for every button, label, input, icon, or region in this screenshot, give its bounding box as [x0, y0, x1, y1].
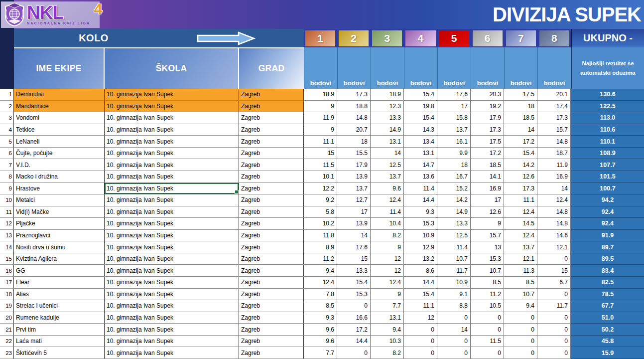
- score-cell-round-1[interactable]: 9.3: [304, 312, 337, 324]
- score-cell-round-4[interactable]: 12: [404, 312, 437, 324]
- score-cell-round-1[interactable]: 7.8: [304, 289, 337, 301]
- score-cell-round-8[interactable]: 15: [537, 265, 571, 277]
- score-cell-round-4[interactable]: 15.4: [404, 289, 437, 301]
- score-cell-round-7[interactable]: 14.5: [504, 218, 537, 230]
- score-cell-round-5[interactable]: 18: [437, 159, 471, 171]
- score-cell-round-1[interactable]: 10.2: [304, 218, 337, 230]
- score-cell-round-2[interactable]: 12.7: [337, 194, 371, 206]
- total-cell[interactable]: 50.2: [571, 324, 644, 336]
- team-name-cell[interactable]: Prvi tim: [14, 324, 105, 336]
- score-cell-round-8[interactable]: 20.1: [537, 89, 571, 101]
- score-cell-round-6[interactable]: 17.3: [471, 124, 504, 136]
- rank-cell[interactable]: 13: [0, 230, 14, 242]
- score-cell-round-5[interactable]: 0: [437, 312, 471, 324]
- score-cell-round-3[interactable]: 12.4: [371, 277, 404, 289]
- score-cell-round-8[interactable]: 14: [537, 183, 571, 195]
- team-name-cell[interactable]: Alias: [14, 289, 105, 301]
- score-cell-round-5[interactable]: 9.1: [437, 289, 471, 301]
- round-tile-8[interactable]: 8: [539, 30, 569, 46]
- score-cell-round-4[interactable]: 14.4: [404, 194, 437, 206]
- score-cell-round-3[interactable]: 13.3: [371, 112, 404, 124]
- score-cell-round-6[interactable]: 10.7: [471, 265, 504, 277]
- total-cell[interactable]: 122.5: [571, 101, 644, 113]
- school-cell[interactable]: 10. gimnazija Ivan Supek: [105, 101, 239, 113]
- city-cell[interactable]: Zagreb: [239, 289, 304, 301]
- city-cell[interactable]: Zagreb: [239, 159, 304, 171]
- score-cell-round-3[interactable]: 18.9: [371, 89, 404, 101]
- score-cell-round-3[interactable]: 9: [371, 241, 404, 253]
- score-cell-round-4[interactable]: 0: [404, 324, 437, 336]
- city-cell[interactable]: Zagreb: [239, 347, 304, 359]
- score-cell-round-1[interactable]: 8.5: [304, 300, 337, 312]
- score-cell-round-1[interactable]: 12.4: [304, 277, 337, 289]
- city-cell[interactable]: Zagreb: [239, 148, 304, 160]
- score-cell-round-8[interactable]: 0: [537, 253, 571, 265]
- score-cell-round-2[interactable]: 15.3: [337, 289, 371, 301]
- school-cell[interactable]: 10. gimnazija Ivan Supek: [105, 277, 239, 289]
- score-cell-round-7[interactable]: 14: [504, 124, 537, 136]
- score-cell-round-5[interactable]: 14.9: [437, 206, 471, 218]
- score-cell-round-4[interactable]: 0: [404, 336, 437, 348]
- team-name-cell[interactable]: Čujte, počujte: [14, 148, 105, 160]
- score-cell-round-8[interactable]: 0: [537, 347, 571, 359]
- score-cell-round-8[interactable]: 14.6: [537, 230, 571, 242]
- score-cell-round-8[interactable]: 14.8: [537, 218, 571, 230]
- score-cell-round-5[interactable]: 15.8: [437, 112, 471, 124]
- rank-cell[interactable]: 11: [0, 206, 14, 218]
- rank-cell[interactable]: 5: [0, 136, 14, 148]
- score-cell-round-2[interactable]: 14.4: [337, 336, 371, 348]
- score-cell-round-2[interactable]: 0: [337, 347, 371, 359]
- score-cell-round-1[interactable]: 11.8: [304, 230, 337, 242]
- points-subheader-4[interactable]: bodovi: [404, 47, 437, 89]
- score-cell-round-5[interactable]: 16.1: [437, 136, 471, 148]
- score-cell-round-2[interactable]: 17.9: [337, 159, 371, 171]
- score-cell-round-3[interactable]: 8.2: [371, 230, 404, 242]
- city-cell[interactable]: Zagreb: [239, 277, 304, 289]
- score-cell-round-8[interactable]: 18.7: [537, 148, 571, 160]
- score-cell-round-2[interactable]: 18.8: [337, 101, 371, 113]
- score-cell-round-7[interactable]: 12.4: [504, 206, 537, 218]
- score-cell-round-8[interactable]: 12.4: [537, 194, 571, 206]
- score-cell-round-1[interactable]: 15: [304, 148, 337, 160]
- score-cell-round-3[interactable]: 13.1: [371, 136, 404, 148]
- score-cell-round-6[interactable]: 12.6: [471, 206, 504, 218]
- score-cell-round-1[interactable]: 9.6: [304, 336, 337, 348]
- rank-cell[interactable]: 6: [0, 148, 14, 160]
- score-cell-round-6[interactable]: 20.3: [471, 89, 504, 101]
- score-cell-round-8[interactable]: 0: [537, 312, 571, 324]
- score-cell-round-2[interactable]: 15.5: [337, 148, 371, 160]
- score-cell-round-6[interactable]: 9: [471, 218, 504, 230]
- rank-cell[interactable]: 23: [0, 347, 14, 359]
- city-cell[interactable]: Zagreb: [239, 230, 304, 242]
- score-cell-round-8[interactable]: 16.9: [537, 171, 571, 183]
- score-cell-round-1[interactable]: 9.4: [304, 265, 337, 277]
- school-cell[interactable]: 10. gimnazija Ivan Supek: [105, 324, 239, 336]
- city-cell[interactable]: Zagreb: [239, 265, 304, 277]
- school-cell[interactable]: 10. gimnazija Ivan Supek: [105, 112, 239, 124]
- score-cell-round-4[interactable]: 15.3: [404, 218, 437, 230]
- score-cell-round-5[interactable]: 15.2: [437, 183, 471, 195]
- score-cell-round-2[interactable]: 16.6: [337, 312, 371, 324]
- score-cell-round-5[interactable]: 0: [437, 336, 471, 348]
- round-tile-2[interactable]: 2: [339, 30, 369, 46]
- total-cell[interactable]: 100.7: [571, 183, 644, 195]
- score-cell-round-6[interactable]: 0: [471, 324, 504, 336]
- score-cell-round-8[interactable]: 0: [537, 324, 571, 336]
- score-cell-round-7[interactable]: 17.2: [504, 136, 537, 148]
- score-cell-round-6[interactable]: 15.3: [471, 253, 504, 265]
- score-cell-round-2[interactable]: 14: [337, 230, 371, 242]
- score-cell-round-1[interactable]: 9: [304, 101, 337, 113]
- score-cell-round-8[interactable]: 11.7: [537, 300, 571, 312]
- score-cell-round-1[interactable]: 9.6: [304, 324, 337, 336]
- total-cell[interactable]: 83.4: [571, 265, 644, 277]
- score-cell-round-6[interactable]: 17.9: [471, 112, 504, 124]
- score-cell-round-6[interactable]: 16.9: [471, 183, 504, 195]
- team-name-cell[interactable]: Deminutivi: [14, 89, 105, 101]
- score-cell-round-3[interactable]: 8.2: [371, 347, 404, 359]
- total-cell[interactable]: 92.4: [571, 218, 644, 230]
- score-cell-round-8[interactable]: 11.9: [537, 159, 571, 171]
- score-cell-round-7[interactable]: 0: [504, 324, 537, 336]
- score-cell-round-8[interactable]: 17.4: [537, 101, 571, 113]
- total-cell[interactable]: 92.4: [571, 206, 644, 218]
- score-cell-round-3[interactable]: 12.4: [371, 194, 404, 206]
